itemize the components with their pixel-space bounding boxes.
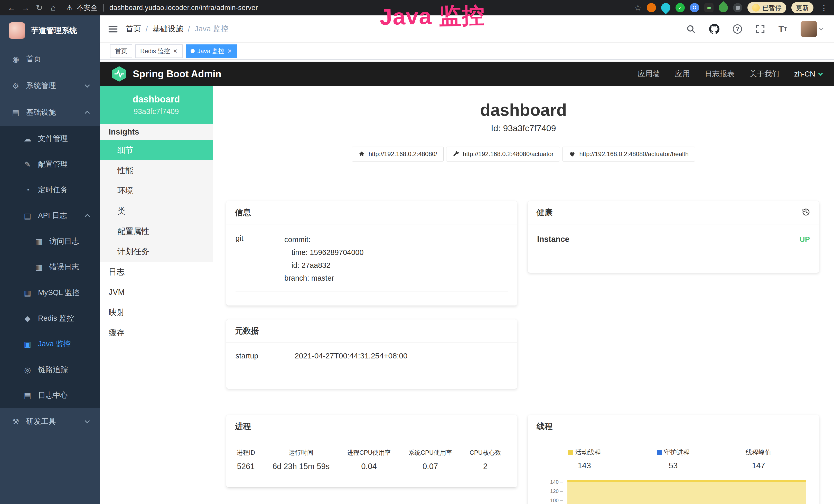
link-actuator-url[interactable]: http://192.168.0.2:48080/actuator [446, 146, 560, 161]
breadcrumb-infra[interactable]: 基础设施 [152, 24, 183, 34]
extension-icon-orange[interactable] [647, 3, 656, 12]
hamburger-icon[interactable] [108, 24, 118, 35]
sba-logo[interactable]: Spring Boot Admin [112, 66, 221, 82]
sba-instance-block[interactable]: dashboard 93a3fc7f7409 [100, 86, 213, 124]
sba-item-classes[interactable]: 类 [100, 201, 213, 221]
edit-icon: ✎ [23, 160, 32, 169]
forward-button[interactable]: → [19, 1, 32, 14]
app-logo[interactable]: 芋道管理系统 [0, 16, 100, 46]
sba-nav-about[interactable]: 关于我们 [749, 69, 779, 79]
extension-icon-grid[interactable] [690, 3, 699, 12]
sba-item-details[interactable]: 细节 [100, 140, 213, 160]
breadcrumb-home[interactable]: 首页 [126, 24, 141, 34]
extension-icon-on[interactable]: on [704, 3, 714, 12]
extension-icon-leaf[interactable] [717, 1, 730, 15]
sba-item-environment[interactable]: 环境 [100, 181, 213, 201]
close-icon[interactable]: × [227, 47, 232, 55]
heart-icon [569, 151, 576, 157]
link-health-url[interactable]: http://192.168.0.2:48080/actuator/health [563, 146, 695, 161]
sidebar-item-mysql-monitor[interactable]: ▦ MySQL 监控 [0, 280, 100, 305]
browser-menu-icon[interactable]: ⋮ [818, 3, 829, 12]
sidebar-item-trace[interactable]: ◎ 链路追踪 [0, 357, 100, 383]
tag-java-monitor[interactable]: Java 监控 × [186, 44, 237, 58]
bookmark-star-icon[interactable]: ☆ [634, 3, 642, 13]
layers-icon: ◆ [23, 314, 32, 323]
font-size-icon[interactable]: TT [778, 24, 787, 34]
sba-language-select[interactable]: zh-CN [794, 70, 822, 78]
sba-item-mappings[interactable]: 映射 [100, 302, 213, 322]
sidebar-item-scheduled-job[interactable]: ◔ 定时任务 [0, 177, 100, 203]
sba-nav-applications[interactable]: 应用 [675, 69, 690, 79]
chrome-update-button[interactable]: 更新 [791, 2, 813, 13]
sba-item-jvm[interactable]: JVM [100, 282, 213, 302]
sba-nav-wallboard[interactable]: 应用墙 [638, 69, 660, 79]
app-sidebar: 芋道管理系统 ◉ 首页 ⚙ 系统管理 ▤ 基础设施 ☁ 文件管理 ✎ 配置管理 [0, 16, 100, 504]
search-icon[interactable] [686, 24, 696, 34]
security-warning-icon: ⚠ [66, 4, 73, 12]
sidebar-menu: ◉ 首页 ⚙ 系统管理 ▤ 基础设施 ☁ 文件管理 ✎ 配置管理 ◔ 定时任务 [0, 46, 100, 435]
sidebar-item-access-log[interactable]: ▥ 访问日志 [0, 229, 100, 254]
info-card-title: 信息 [235, 207, 251, 218]
history-icon[interactable] [802, 208, 810, 217]
sba-item-scheduled-tasks[interactable]: 计划任务 [100, 241, 213, 261]
sidebar-item-file-manage[interactable]: ☁ 文件管理 [0, 126, 100, 152]
sba-nav: 应用墙 应用 日志报表 关于我们 zh-CN [638, 69, 822, 79]
sba-content: dashboard Id: 93a3fc7f7409 http://192.16… [213, 86, 834, 504]
threads-legend: 活动线程 143 守护进程 53 线程峰值 [537, 448, 810, 471]
process-col-process-cpu: 进程CPU使用率 0.04 [347, 449, 391, 471]
profile-paused-badge[interactable]: 已暂停 [747, 2, 786, 13]
reload-button[interactable]: ↻ [32, 1, 46, 14]
github-icon[interactable] [709, 24, 720, 34]
sba-header: Spring Boot Admin 应用墙 应用 日志报表 关于我们 zh-CN [100, 62, 834, 86]
startup-row: startup 2021-04-27T00:44:31.254+08:00 [236, 351, 508, 368]
sidebar-item-java-monitor[interactable]: ▣ Java 监控 [0, 331, 100, 357]
sidebar-item-config-manage[interactable]: ✎ 配置管理 [0, 152, 100, 177]
sidebar-item-redis-monitor[interactable]: ◆ Redis 监控 [0, 305, 100, 331]
document-icon: ▥ [34, 263, 44, 272]
security-label: 不安全 [77, 3, 97, 12]
sidebar-item-log-center[interactable]: ▤ 日志中心 [0, 383, 100, 408]
instance-id: Id: 93a3fc7f7409 [213, 123, 834, 133]
sba-item-logs[interactable]: 日志 [100, 261, 213, 282]
breadcrumb-current: Java 监控 [195, 24, 228, 34]
annotation-java-monitor: Java 监控 [379, 0, 485, 32]
sidebar-item-error-log[interactable]: ▥ 错误日志 [0, 254, 100, 280]
sba-item-caches[interactable]: 缓存 [100, 322, 213, 343]
extensions-puzzle-icon[interactable] [733, 3, 742, 12]
sba-item-metrics[interactable]: 性能 [100, 160, 213, 181]
address-bar[interactable]: ⚠ 不安全 dashboard.yudao.iocoder.cn/infra/a… [66, 3, 634, 12]
document-icon: ▤ [23, 211, 32, 220]
sidebar-item-system[interactable]: ⚙ 系统管理 [0, 72, 100, 99]
home-button[interactable]: ⌂ [46, 1, 60, 14]
sba-app-id: 93a3fc7f7409 [105, 107, 207, 116]
tags-view-bar: 首页 Redis 监控 × Java 监控 × [100, 43, 834, 60]
help-icon[interactable]: ? [733, 24, 742, 33]
sba-hexagon-icon [112, 66, 127, 82]
back-button[interactable]: ← [5, 1, 19, 14]
app-title: 芋道管理系统 [31, 25, 77, 36]
process-col-uptime: 运行时间 6d 23h 15m 59s [272, 449, 330, 471]
extension-icon-green[interactable]: ✓ [676, 3, 685, 12]
sba-item-configprops[interactable]: 配置属性 [100, 221, 213, 241]
cloud-icon: ☁ [23, 134, 32, 143]
sidebar-item-infra[interactable]: ▤ 基础设施 [0, 99, 100, 126]
legend-yellow-swatch [568, 450, 573, 455]
sidebar-item-home[interactable]: ◉ 首页 [0, 46, 100, 72]
wrench-icon [453, 151, 459, 157]
sidebar-item-api-log[interactable]: ▤ API 日志 [0, 203, 100, 229]
link-service-url[interactable]: http://192.168.0.2:48080/ [352, 146, 444, 161]
fullscreen-icon[interactable] [755, 24, 765, 34]
browser-toolbar-right: ☆ ✓ on 已暂停 更新 ⋮ [634, 2, 829, 13]
metadata-card: 元数据 startup 2021-04-27T00:44:31.254+08:0… [226, 319, 517, 389]
user-menu[interactable] [800, 21, 823, 37]
main-area: 首页 / 基础设施 / Java 监控 ? TT 首页 [100, 16, 834, 504]
extension-icon-pin[interactable] [659, 1, 673, 15]
sba-nav-journal[interactable]: 日志报表 [705, 69, 734, 79]
sba-insights-section: Insights 细节 性能 环境 类 配置属性 计划任务 [100, 124, 213, 261]
tag-redis-monitor[interactable]: Redis 监控 × [135, 44, 183, 58]
health-instance-row[interactable]: Instance UP [537, 235, 810, 251]
close-icon[interactable]: × [173, 47, 178, 55]
tag-home[interactable]: 首页 [110, 44, 132, 58]
legend-live-threads: 活动线程 143 [568, 448, 601, 471]
sidebar-item-devtools[interactable]: ⚒ 研发工具 [0, 408, 100, 435]
